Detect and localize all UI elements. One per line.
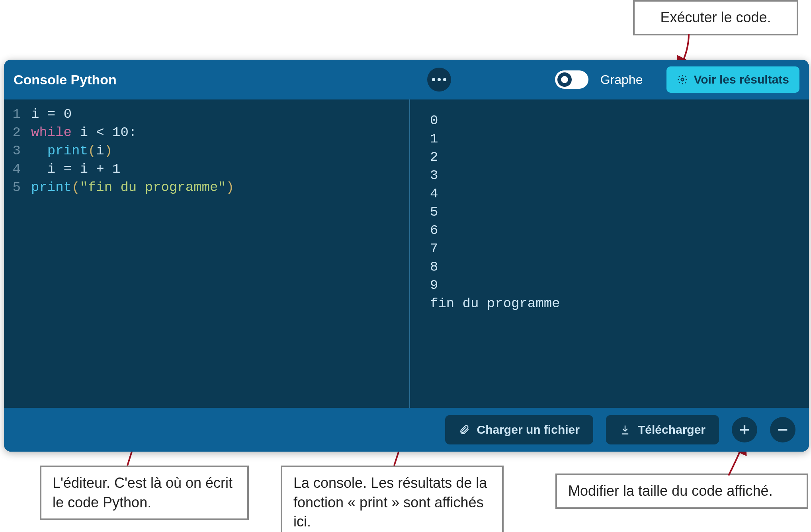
dots-icon xyxy=(432,78,435,81)
run-button[interactable]: Voir les résultats xyxy=(666,66,799,93)
footer-bar: Charger un fichier Télécharger xyxy=(4,408,809,452)
code-content[interactable]: i = 0while i < 10: print(i) i = i + 1pri… xyxy=(28,105,234,408)
plus-icon xyxy=(738,423,751,437)
load-file-label: Charger un fichier xyxy=(477,423,580,437)
callout-editor: L'éditeur. C'est là où on écrit le code … xyxy=(40,466,249,520)
dots-icon xyxy=(438,78,441,81)
callout-console: La console. Les résultats de la fonction… xyxy=(281,466,504,532)
graph-toggle[interactable] xyxy=(555,70,588,89)
load-file-button[interactable]: Charger un fichier xyxy=(445,415,593,444)
dots-icon xyxy=(443,78,446,81)
line-gutter: 12345 xyxy=(4,105,28,408)
console-title: Console Python xyxy=(14,72,117,88)
minus-icon xyxy=(776,423,790,437)
output-console: 0 1 2 3 4 5 6 7 8 9 fin du programme xyxy=(410,99,809,408)
zoom-out-button[interactable] xyxy=(770,417,795,442)
line-number: 5 xyxy=(4,178,21,197)
run-button-label: Voir les résultats xyxy=(694,73,789,86)
python-console-panel: Console Python Graphe Voir les résultats… xyxy=(4,60,809,452)
zoom-in-button[interactable] xyxy=(732,417,757,442)
body-area: 12345 i = 0while i < 10: print(i) i = i … xyxy=(4,99,809,408)
code-line[interactable]: while i < 10: xyxy=(31,123,234,142)
code-line[interactable]: i = i + 1 xyxy=(31,160,234,178)
download-icon xyxy=(619,424,631,435)
header-bar: Console Python Graphe Voir les résultats xyxy=(4,60,809,99)
gear-icon xyxy=(677,74,688,85)
callout-run: Exécuter le code. xyxy=(633,0,798,35)
line-number: 2 xyxy=(4,123,21,142)
line-number: 3 xyxy=(4,142,21,160)
download-label: Télécharger xyxy=(638,423,705,437)
line-number: 1 xyxy=(4,105,21,123)
code-line[interactable]: i = 0 xyxy=(31,105,234,123)
line-number: 4 xyxy=(4,160,21,178)
code-line[interactable]: print(i) xyxy=(31,142,234,160)
callout-zoom: Modifier la taille du code affiché. xyxy=(555,474,808,509)
graph-toggle-label: Graphe xyxy=(600,72,643,87)
download-button[interactable]: Télécharger xyxy=(606,415,719,444)
svg-point-0 xyxy=(681,78,684,81)
code-editor[interactable]: 12345 i = 0while i < 10: print(i) i = i … xyxy=(4,99,410,408)
more-menu-button[interactable] xyxy=(427,68,451,92)
code-line[interactable]: print("fin du programme") xyxy=(31,178,234,197)
paperclip-icon xyxy=(459,424,470,435)
